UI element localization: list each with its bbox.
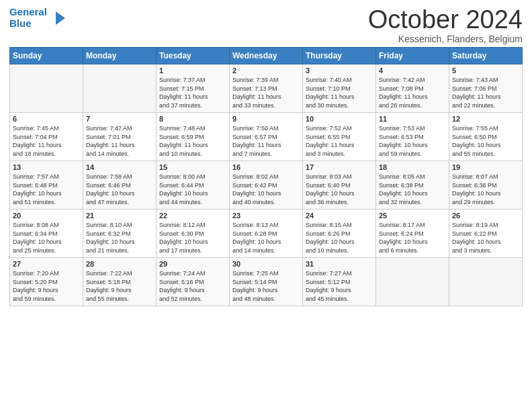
day-info: Sunrise: 7:24 AMSunset: 5:16 PMDaylight:…	[159, 269, 226, 303]
day-cell-w2-d0: 6Sunrise: 7:45 AMSunset: 7:04 PMDaylight…	[10, 113, 83, 161]
day-info: Sunrise: 7:55 AMSunset: 6:50 PMDaylight:…	[452, 124, 519, 158]
week-row-4: 20Sunrise: 8:08 AMSunset: 6:34 PMDayligh…	[10, 210, 523, 258]
day-info: Sunrise: 7:25 AMSunset: 5:14 PMDaylight:…	[232, 269, 300, 303]
day-info: Sunrise: 7:45 AMSunset: 7:04 PMDaylight:…	[13, 124, 80, 158]
day-info: Sunrise: 7:48 AMSunset: 6:59 PMDaylight:…	[159, 124, 226, 158]
day-number: 19	[452, 163, 519, 171]
day-info: Sunrise: 8:03 AMSunset: 6:40 PMDaylight:…	[306, 173, 373, 206]
week-row-3: 13Sunrise: 7:57 AMSunset: 6:48 PMDayligh…	[10, 161, 523, 210]
day-cell-w5-d4: 31Sunrise: 7:27 AMSunset: 5:12 PMDayligh…	[303, 258, 376, 306]
week-row-1: 1Sunrise: 7:37 AMSunset: 7:15 PMDaylight…	[10, 64, 523, 113]
logo-icon	[49, 9, 68, 28]
title-block: October 2024 Kessenich, Flanders, Belgiu…	[368, 7, 523, 44]
header-saturday: Saturday	[449, 48, 523, 64]
logo-blue: Blue	[9, 17, 32, 29]
day-number: 24	[306, 212, 373, 220]
day-number: 6	[13, 115, 80, 123]
day-info: Sunrise: 7:20 AMSunset: 5:20 PMDaylight:…	[13, 269, 80, 303]
day-cell-w3-d3: 16Sunrise: 8:02 AMSunset: 6:42 PMDayligh…	[230, 161, 303, 210]
day-info: Sunrise: 8:07 AMSunset: 6:36 PMDaylight:…	[452, 173, 519, 206]
day-cell-w4-d4: 24Sunrise: 8:15 AMSunset: 6:26 PMDayligh…	[303, 210, 376, 258]
day-info: Sunrise: 8:13 AMSunset: 6:28 PMDaylight:…	[232, 221, 300, 255]
day-info: Sunrise: 8:15 AMSunset: 6:26 PMDaylight:…	[306, 221, 373, 255]
day-cell-w4-d6: 26Sunrise: 8:19 AMSunset: 6:22 PMDayligh…	[449, 210, 523, 258]
day-info: Sunrise: 7:52 AMSunset: 6:55 PMDaylight:…	[306, 124, 373, 158]
day-number: 21	[86, 212, 153, 220]
day-cell-w1-d2: 1Sunrise: 7:37 AMSunset: 7:15 PMDaylight…	[157, 64, 230, 113]
day-number: 18	[379, 163, 446, 171]
day-cell-w3-d0: 13Sunrise: 7:57 AMSunset: 6:48 PMDayligh…	[10, 161, 83, 210]
day-cell-w2-d4: 10Sunrise: 7:52 AMSunset: 6:55 PMDayligh…	[303, 113, 376, 161]
day-cell-w3-d2: 15Sunrise: 8:00 AMSunset: 6:44 PMDayligh…	[157, 161, 230, 210]
day-number: 9	[232, 115, 300, 123]
day-info: Sunrise: 7:53 AMSunset: 6:53 PMDaylight:…	[379, 124, 446, 158]
week-row-5: 27Sunrise: 7:20 AMSunset: 5:20 PMDayligh…	[10, 258, 523, 306]
day-number: 13	[13, 163, 80, 171]
header-thursday: Thursday	[303, 48, 376, 64]
day-number: 14	[86, 163, 153, 171]
day-number: 11	[379, 115, 446, 123]
day-number: 20	[13, 212, 80, 220]
calendar-header-row: Sunday Monday Tuesday Wednesday Thursday…	[10, 48, 523, 64]
month-title: October 2024	[368, 7, 523, 32]
day-cell-w3-d4: 17Sunrise: 8:03 AMSunset: 6:40 PMDayligh…	[303, 161, 376, 210]
day-info: Sunrise: 7:43 AMSunset: 7:06 PMDaylight:…	[452, 76, 519, 109]
day-number: 7	[86, 115, 153, 123]
day-cell-w1-d0	[10, 64, 83, 113]
day-info: Sunrise: 8:00 AMSunset: 6:44 PMDaylight:…	[159, 173, 226, 206]
day-number: 8	[159, 115, 226, 123]
day-cell-w4-d5: 25Sunrise: 8:17 AMSunset: 6:24 PMDayligh…	[376, 210, 449, 258]
day-number: 10	[306, 115, 373, 123]
day-info: Sunrise: 8:17 AMSunset: 6:24 PMDaylight:…	[379, 221, 446, 255]
day-info: Sunrise: 7:47 AMSunset: 7:01 PMDaylight:…	[86, 124, 153, 158]
day-number: 2	[232, 66, 300, 75]
logo: General Blue	[9, 7, 68, 29]
header-friday: Friday	[376, 48, 449, 64]
day-info: Sunrise: 7:42 AMSunset: 7:08 PMDaylight:…	[379, 76, 446, 109]
day-cell-w3-d1: 14Sunrise: 7:58 AMSunset: 6:46 PMDayligh…	[83, 161, 157, 210]
day-cell-w5-d5	[376, 258, 449, 306]
day-cell-w4-d3: 23Sunrise: 8:13 AMSunset: 6:28 PMDayligh…	[230, 210, 303, 258]
day-info: Sunrise: 8:02 AMSunset: 6:42 PMDaylight:…	[232, 173, 300, 206]
week-row-2: 6Sunrise: 7:45 AMSunset: 7:04 PMDaylight…	[10, 113, 523, 161]
header-sunday: Sunday	[10, 48, 83, 64]
calendar-table: Sunday Monday Tuesday Wednesday Thursday…	[9, 47, 523, 306]
day-number: 16	[232, 163, 300, 171]
day-number: 12	[452, 115, 519, 123]
day-info: Sunrise: 8:12 AMSunset: 6:30 PMDaylight:…	[159, 221, 226, 255]
day-cell-w2-d2: 8Sunrise: 7:48 AMSunset: 6:59 PMDaylight…	[157, 113, 230, 161]
day-cell-w5-d6	[449, 258, 523, 306]
day-cell-w1-d5: 4Sunrise: 7:42 AMSunset: 7:08 PMDaylight…	[376, 64, 449, 113]
day-info: Sunrise: 7:40 AMSunset: 7:10 PMDaylight:…	[306, 76, 373, 109]
day-info: Sunrise: 8:19 AMSunset: 6:22 PMDaylight:…	[452, 221, 519, 255]
day-number: 30	[232, 260, 300, 268]
day-cell-w1-d4: 3Sunrise: 7:40 AMSunset: 7:10 PMDaylight…	[303, 64, 376, 113]
day-number: 1	[159, 66, 226, 75]
logo-text: General Blue	[9, 7, 47, 29]
day-cell-w2-d6: 12Sunrise: 7:55 AMSunset: 6:50 PMDayligh…	[449, 113, 523, 161]
day-number: 29	[159, 260, 226, 268]
day-info: Sunrise: 7:22 AMSunset: 5:18 PMDaylight:…	[86, 269, 153, 303]
day-number: 22	[159, 212, 226, 220]
day-cell-w1-d1	[83, 64, 157, 113]
day-number: 27	[13, 260, 80, 268]
day-info: Sunrise: 7:57 AMSunset: 6:48 PMDaylight:…	[13, 173, 80, 206]
day-info: Sunrise: 7:50 AMSunset: 6:57 PMDaylight:…	[232, 124, 300, 158]
day-cell-w2-d3: 9Sunrise: 7:50 AMSunset: 6:57 PMDaylight…	[230, 113, 303, 161]
day-number: 5	[452, 66, 519, 75]
day-cell-w5-d3: 30Sunrise: 7:25 AMSunset: 5:14 PMDayligh…	[230, 258, 303, 306]
svg-marker-0	[56, 11, 65, 25]
logo-general: General	[9, 6, 47, 17]
day-number: 25	[379, 212, 446, 220]
day-number: 17	[306, 163, 373, 171]
day-number: 4	[379, 66, 446, 75]
day-info: Sunrise: 7:39 AMSunset: 7:13 PMDaylight:…	[232, 76, 300, 109]
location-subtitle: Kessenich, Flanders, Belgium	[368, 34, 523, 44]
header-row: General Blue October 2024 Kessenich, Fla…	[9, 7, 523, 44]
day-cell-w3-d5: 18Sunrise: 8:05 AMSunset: 6:38 PMDayligh…	[376, 161, 449, 210]
header-wednesday: Wednesday	[230, 48, 303, 64]
day-cell-w5-d1: 28Sunrise: 7:22 AMSunset: 5:18 PMDayligh…	[83, 258, 157, 306]
day-info: Sunrise: 8:05 AMSunset: 6:38 PMDaylight:…	[379, 173, 446, 206]
day-info: Sunrise: 7:37 AMSunset: 7:15 PMDaylight:…	[159, 76, 226, 109]
day-info: Sunrise: 8:08 AMSunset: 6:34 PMDaylight:…	[13, 221, 80, 255]
